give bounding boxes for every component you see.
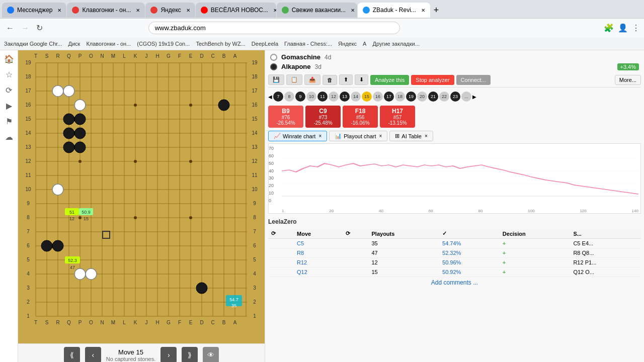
- sidebar-icon-play[interactable]: ▶: [6, 101, 12, 111]
- svg-text:17: 17: [252, 88, 258, 94]
- move-num-13[interactable]: 13: [340, 92, 350, 102]
- move-num-20[interactable]: 20: [417, 92, 427, 102]
- winrate-close[interactable]: ×: [318, 133, 321, 139]
- tab-zbaduk[interactable]: ZBaduk - Revi... ✕: [358, 3, 430, 18]
- bookmark-disk[interactable]: Диск: [68, 41, 80, 47]
- url-input[interactable]: [148, 22, 400, 34]
- first-move-button[interactable]: ⟪: [64, 347, 80, 362]
- add-comments-link[interactable]: Add comments ...: [268, 277, 641, 288]
- svg-text:10: 10: [252, 187, 258, 192]
- bookmark-others[interactable]: Другие закладки...: [372, 41, 419, 47]
- forward-button[interactable]: →: [19, 23, 31, 34]
- bookmark-yandex[interactable]: Яндекс: [338, 41, 357, 47]
- move-num-10[interactable]: 10: [306, 92, 316, 102]
- suggest-c9-num: #73: [309, 115, 337, 120]
- bookmark-cgos[interactable]: (CGOS) 19x19 Con...: [137, 41, 190, 47]
- copy-button[interactable]: 📋: [286, 74, 302, 85]
- tab-close-jobs[interactable]: ✕: [351, 8, 355, 13]
- go-board[interactable]: 191817 161514 131211 1098 765 432 1 1918…: [18, 50, 265, 342]
- suggested-moves: B9 #76 -26.54% C9 #73 -25.48% F18 #56 -1…: [268, 106, 641, 128]
- bookmark-a[interactable]: А: [363, 41, 366, 47]
- back-button[interactable]: ←: [4, 23, 16, 34]
- move-num-11[interactable]: 11: [317, 92, 328, 102]
- svg-point-46: [189, 160, 192, 163]
- save-button[interactable]: 💾: [268, 74, 284, 85]
- connect-button[interactable]: Connect...: [456, 75, 491, 85]
- move-num-19[interactable]: 19: [406, 92, 416, 102]
- new-tab-button[interactable]: +: [431, 5, 442, 16]
- move-num-22[interactable]: 22: [439, 92, 449, 102]
- bookmark-google-chrome[interactable]: Закладки Google Chr...: [4, 41, 62, 47]
- suggest-f18-delta: -16.06%: [347, 120, 374, 126]
- move-num-9[interactable]: 9: [295, 92, 305, 102]
- move-num-21[interactable]: 21: [428, 92, 438, 102]
- delete-button[interactable]: 🗑: [323, 75, 337, 85]
- sidebar-icon-star[interactable]: ☆: [6, 70, 13, 79]
- sidebar-icon-home[interactable]: 🏠: [4, 54, 14, 64]
- extensions-icon[interactable]: 🧩: [604, 23, 614, 33]
- move-num-15[interactable]: 15: [362, 92, 372, 102]
- last-move-button[interactable]: ⟫: [182, 347, 198, 362]
- playouts-r12: 12: [369, 258, 440, 267]
- bookmark-chess[interactable]: Главная - Chess:...: [284, 41, 332, 47]
- svg-point-45: [78, 160, 82, 163]
- analyze-button[interactable]: Analyze this: [370, 75, 409, 85]
- share-button[interactable]: 📤: [304, 74, 320, 85]
- tab-yandex[interactable]: Яндекс ✕: [145, 3, 195, 18]
- move-num-7[interactable]: 7: [273, 92, 283, 102]
- tab-close-news[interactable]: ✕: [273, 8, 276, 13]
- download-button[interactable]: ⬇: [355, 74, 368, 85]
- sidebar-icon-cloud[interactable]: ☁: [5, 132, 13, 142]
- move-num-16[interactable]: 16: [373, 92, 383, 102]
- profile-icon[interactable]: 👤: [618, 23, 628, 33]
- move-nav-right[interactable]: ▶: [472, 94, 476, 100]
- tab-jobs[interactable]: Свежие вакансии... ✕: [277, 3, 357, 18]
- tab-winrate-chart[interactable]: 📈 Winrate chart ×: [268, 131, 327, 141]
- table-row[interactable]: R8 47 52.32% + R8 Q8...: [268, 248, 641, 258]
- ai-table-close[interactable]: ×: [425, 133, 428, 139]
- suggest-f18[interactable]: F18 #56 -16.06%: [343, 106, 378, 128]
- move-num-23[interactable]: 23: [450, 92, 460, 102]
- move-nav-left[interactable]: ◀: [268, 94, 272, 100]
- upload-button[interactable]: ⬆: [339, 74, 353, 85]
- move-num-12[interactable]: 12: [329, 92, 339, 102]
- settings-icon[interactable]: ⋮: [632, 23, 640, 33]
- prev-move-button[interactable]: ‹: [85, 347, 101, 362]
- suggest-h17[interactable]: H17 #57 -13.15%: [380, 106, 415, 128]
- suggest-c9[interactable]: C9 #73 -25.48%: [305, 106, 341, 128]
- more-button[interactable]: More...: [615, 75, 641, 85]
- tab-close-yandex[interactable]: ✕: [186, 8, 190, 13]
- move-num-8[interactable]: 8: [284, 92, 294, 102]
- table-row[interactable]: Q12 15 50.92% + Q12 O...: [268, 267, 641, 277]
- stop-analyzer-button[interactable]: Stop analyzer: [411, 75, 454, 85]
- tab-messenger[interactable]: Мессенджер ✕: [2, 3, 66, 18]
- bookmark-klavogonki[interactable]: Клавогонки - он...: [86, 41, 131, 47]
- svg-text:J: J: [145, 53, 148, 59]
- table-row[interactable]: R12 12 50.96% + R12 P1...: [268, 258, 641, 267]
- refresh-button[interactable]: ↻: [34, 22, 45, 34]
- col-move-header[interactable]: Move: [294, 229, 343, 239]
- tab-close-messenger[interactable]: ✕: [57, 8, 61, 13]
- sidebar-icon-flag[interactable]: ⚑: [6, 117, 13, 126]
- move-num-18[interactable]: 18: [395, 92, 405, 102]
- tab-news[interactable]: ВЕСЁЛАЯ НОВОС... ✕: [196, 3, 276, 18]
- tab-close-klavogonki[interactable]: ✕: [136, 8, 140, 13]
- sidebar-icon-history[interactable]: ⟳: [6, 85, 12, 95]
- tab-playout-chart[interactable]: 📊 Playout chart ×: [329, 131, 387, 141]
- svg-text:19: 19: [252, 60, 258, 65]
- playout-close[interactable]: ×: [379, 133, 382, 139]
- bookmark-deepleela[interactable]: DeepLeela: [252, 41, 278, 47]
- move-num-dots[interactable]: ...: [461, 92, 471, 102]
- move-num-17[interactable]: 17: [384, 92, 394, 102]
- svg-text:P: P: [78, 320, 82, 325]
- bookmark-techbench[interactable]: TechBench by WZ...: [196, 41, 245, 47]
- tab-klavogonki[interactable]: Клавогонки - он... ✕: [67, 3, 145, 18]
- table-row[interactable]: C5 35 54.74% + C5 E4...: [268, 239, 641, 248]
- col-playouts-header[interactable]: Playouts: [369, 229, 440, 239]
- next-move-button[interactable]: ›: [160, 347, 177, 362]
- eye-button[interactable]: 👁: [203, 347, 219, 362]
- suggest-b9[interactable]: B9 #76 -26.54%: [268, 106, 303, 128]
- move-num-14[interactable]: 14: [351, 92, 361, 102]
- tab-ai-table[interactable]: ⊞ AI Table ×: [389, 131, 433, 141]
- tab-close-zbaduk[interactable]: ✕: [421, 8, 425, 13]
